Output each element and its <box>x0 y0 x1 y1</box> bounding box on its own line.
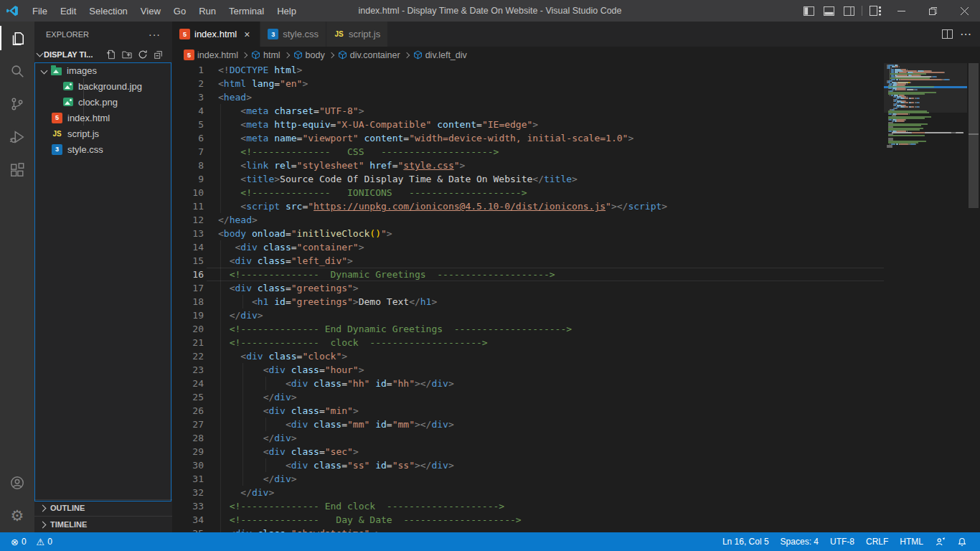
code-line-text[interactable]: <!-------------- End Dynamic Greetings -… <box>218 322 884 336</box>
code-line-text[interactable]: </div> <box>218 390 884 404</box>
menu-go[interactable]: Go <box>167 0 192 22</box>
code-line-text[interactable]: <meta charset="UTF-8"> <box>218 104 884 118</box>
tree-item-clock.png[interactable]: clock.png <box>34 94 172 110</box>
code-line[interactable]: 12</head> <box>172 213 884 227</box>
code-line-text[interactable]: <div class="hh" id="hh"></div> <box>218 377 884 390</box>
code-line-text[interactable]: <html lang="en"> <box>218 77 884 90</box>
code-line[interactable]: 32 </div> <box>172 486 884 499</box>
more-actions-icon[interactable]: ⋯ <box>957 26 974 43</box>
line-number[interactable]: 25 <box>172 390 204 404</box>
tree-item-background.jpg[interactable]: background.jpg <box>34 78 172 94</box>
line-number[interactable]: 3 <box>172 90 204 104</box>
line-number[interactable]: 30 <box>172 458 204 472</box>
line-number[interactable]: 7 <box>172 145 204 159</box>
line-number[interactable]: 24 <box>172 377 204 390</box>
code-line-text[interactable]: <meta name="viewport" content="width=dev… <box>218 131 884 145</box>
menu-edit[interactable]: Edit <box>54 0 83 22</box>
code-line[interactable]: 31 </div> <box>172 472 884 486</box>
code-editor[interactable]: 1<!DOCTYPE html>2<html lang="en">3<head>… <box>172 63 980 532</box>
split-editor-icon[interactable] <box>938 26 956 43</box>
line-number[interactable]: 6 <box>172 131 204 145</box>
explorer-more-icon[interactable]: ··· <box>149 29 161 40</box>
tree-item-script.js[interactable]: JSscript.js <box>34 126 172 141</box>
breadcrumb-body[interactable]: body <box>293 50 325 60</box>
line-number[interactable]: 33 <box>172 499 204 513</box>
line-number[interactable]: 23 <box>172 363 204 377</box>
line-number[interactable]: 32 <box>172 486 204 499</box>
code-line-text[interactable]: <h1 id="greetings">Demo Text</h1> <box>218 295 884 309</box>
code-line-text[interactable]: <title>Source Code Of Display Time & Dat… <box>218 172 884 186</box>
code-line-text[interactable]: <div class="sec"> <box>218 445 884 458</box>
code-line-text[interactable]: <meta http-equiv="X-UA-Compatible" conte… <box>218 118 884 131</box>
code-line-text[interactable]: <body onload="initliveClock()"> <box>218 227 884 240</box>
menu-terminal[interactable]: Terminal <box>222 0 270 22</box>
line-number[interactable]: 10 <box>172 186 204 199</box>
code-line-text[interactable]: <div class="showdatetime" > <box>218 527 884 532</box>
code-line-text[interactable]: </head> <box>218 213 884 227</box>
code-line[interactable]: 33 <!-------------- End clock ----------… <box>172 499 884 513</box>
line-number[interactable]: 8 <box>172 159 204 172</box>
code-line-text[interactable]: <!-------------- Day & Date ------------… <box>218 513 884 527</box>
toggle-sidebar-icon[interactable] <box>798 0 819 22</box>
code-line[interactable]: 35 <div class="showdatetime" > <box>172 527 884 532</box>
code-line-text[interactable]: <div class="mm" id="mm"></div> <box>218 418 884 431</box>
code-line[interactable]: 4 <meta charset="UTF-8"> <box>172 104 884 118</box>
extensions-icon[interactable] <box>0 154 34 187</box>
menu-file[interactable]: File <box>26 0 54 22</box>
code-line-text[interactable]: <div class="container"> <box>218 240 884 254</box>
code-line[interactable]: 1<!DOCTYPE html> <box>172 63 884 77</box>
code-line[interactable]: 11 <script src="https://unpkg.com/ionico… <box>172 199 884 213</box>
breadcrumb-html[interactable]: html <box>251 50 281 60</box>
code-line[interactable]: 34 <!-------------- Day & Date ---------… <box>172 513 884 527</box>
code-line[interactable]: 2<html lang="en"> <box>172 77 884 90</box>
status-cursor-position[interactable]: Ln 16, Col 5 <box>717 532 775 551</box>
line-number[interactable]: 9 <box>172 172 204 186</box>
line-number[interactable]: 27 <box>172 418 204 431</box>
close-button[interactable] <box>948 0 980 22</box>
collapse-folders-icon[interactable] <box>152 48 165 61</box>
code-line-text[interactable]: <div class="min"> <box>218 404 884 418</box>
line-number[interactable]: 34 <box>172 513 204 527</box>
code-line-text[interactable]: <!-------------- Dynamic Greetings -----… <box>218 268 884 281</box>
code-line[interactable]: 18 <h1 id="greetings">Demo Text</h1> <box>172 295 884 309</box>
line-number[interactable]: 1 <box>172 63 204 77</box>
code-line[interactable]: 9 <title>Source Code Of Display Time & D… <box>172 172 884 186</box>
code-line[interactable]: 26 <div class="min"> <box>172 404 884 418</box>
toggle-panel-icon[interactable] <box>819 0 839 22</box>
new-file-icon[interactable] <box>105 48 118 61</box>
line-number[interactable]: 31 <box>172 472 204 486</box>
code-line[interactable]: 6 <meta name="viewport" content="width=d… <box>172 131 884 145</box>
line-number[interactable]: 16 <box>172 268 204 281</box>
line-number[interactable]: 14 <box>172 240 204 254</box>
code-line[interactable]: 17 <div class="greetings"> <box>172 281 884 295</box>
accounts-icon[interactable] <box>0 466 34 499</box>
breadcrumb-div.left_div[interactable]: div.left_div <box>413 50 467 60</box>
code-line-text[interactable]: <div class="ss" id="ss"></div> <box>218 458 884 472</box>
code-line[interactable]: 27 <div class="mm" id="mm"></div> <box>172 418 884 431</box>
editor-scrollbar[interactable] <box>967 63 980 532</box>
code-line-text[interactable]: <!-------------- IONICONS --------------… <box>218 186 884 199</box>
code-line[interactable]: 13<body onload="initliveClock()"> <box>172 227 884 240</box>
line-number[interactable]: 17 <box>172 281 204 295</box>
code-line[interactable]: 7 <!-------------- CSS -----------------… <box>172 145 884 159</box>
status-error[interactable]: ⊗0 <box>7 532 30 551</box>
code-line[interactable]: 15 <div class="left_div"> <box>172 254 884 268</box>
code-line[interactable]: 8 <link rel="stylesheet" href="style.css… <box>172 159 884 172</box>
line-number[interactable]: 28 <box>172 431 204 445</box>
customize-layout-icon[interactable] <box>865 0 885 22</box>
code-line[interactable]: 22 <div class="clock"> <box>172 349 884 363</box>
new-folder-icon[interactable] <box>121 48 133 61</box>
status-indentation[interactable]: Spaces: 4 <box>775 532 824 551</box>
status-eol[interactable]: CRLF <box>860 532 894 551</box>
refresh-icon[interactable] <box>136 48 149 61</box>
restore-button[interactable] <box>917 0 948 22</box>
code-line-text[interactable]: <div class="greetings"> <box>218 281 884 295</box>
code-line[interactable]: 25 </div> <box>172 390 884 404</box>
code-line[interactable]: 24 <div class="hh" id="hh"></div> <box>172 377 884 390</box>
status-encoding[interactable]: UTF-8 <box>824 532 860 551</box>
code-line-text[interactable]: <!-------------- clock -----------------… <box>218 336 884 349</box>
code-line-text[interactable]: <!DOCTYPE html> <box>218 63 884 77</box>
explorer-icon[interactable] <box>0 22 34 55</box>
line-number[interactable]: 26 <box>172 404 204 418</box>
timeline-section[interactable]: TIMELINE <box>34 516 172 532</box>
